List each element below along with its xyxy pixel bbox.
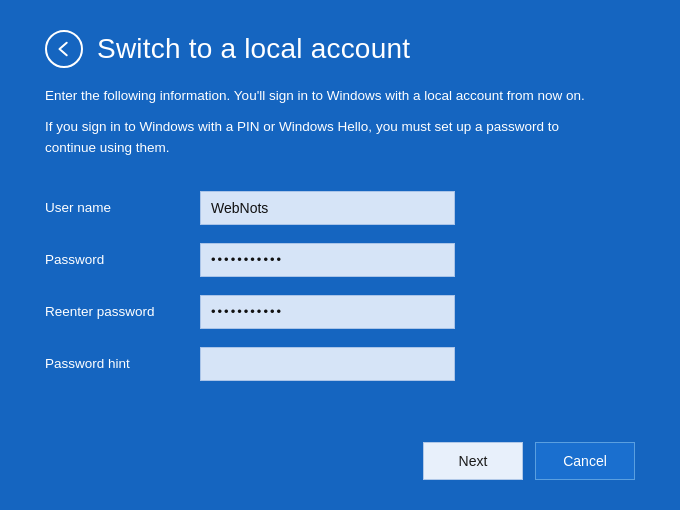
reenter-label: Reenter password xyxy=(45,304,200,319)
button-row: Next Cancel xyxy=(45,442,635,480)
username-row: User name xyxy=(45,191,635,225)
back-icon xyxy=(55,40,73,58)
reenter-password-input[interactable] xyxy=(200,295,455,329)
page-title: Switch to a local account xyxy=(97,33,410,65)
password-hint-label: Password hint xyxy=(45,356,200,371)
reenter-password-row: Reenter password xyxy=(45,295,635,329)
password-row: Password xyxy=(45,243,635,277)
username-label: User name xyxy=(45,200,200,215)
cancel-button[interactable]: Cancel xyxy=(535,442,635,480)
password-label: Password xyxy=(45,252,200,267)
password-hint-row: Password hint xyxy=(45,347,635,381)
description-line1: Enter the following information. You'll … xyxy=(45,86,605,107)
password-input[interactable] xyxy=(200,243,455,277)
description-block: Enter the following information. You'll … xyxy=(45,86,605,169)
page-container: Switch to a local account Enter the foll… xyxy=(0,0,680,510)
description-line2: If you sign in to Windows with a PIN or … xyxy=(45,117,605,159)
password-hint-input[interactable] xyxy=(200,347,455,381)
back-button[interactable] xyxy=(45,30,83,68)
next-button[interactable]: Next xyxy=(423,442,523,480)
header: Switch to a local account xyxy=(45,30,635,68)
username-input[interactable] xyxy=(200,191,455,225)
form-area: User name Password Reenter password Pass… xyxy=(45,191,635,422)
